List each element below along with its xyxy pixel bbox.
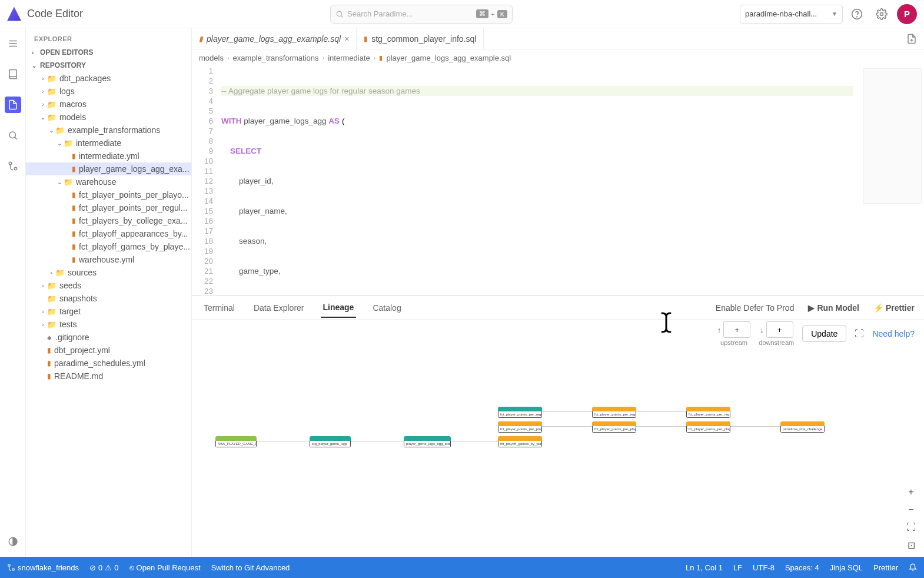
tree-folder-target[interactable]: ›📁target	[26, 305, 191, 318]
language-status[interactable]: Jinja SQL	[830, 563, 863, 572]
tree-file-intermediate-yml[interactable]: ▮intermediate.yml	[26, 150, 191, 162]
global-search[interactable]: Search Paradime... ⌘ + K	[330, 5, 513, 24]
files-icon[interactable]	[5, 97, 21, 113]
update-button[interactable]: Update	[802, 325, 846, 342]
tree-folder-macros[interactable]: ›📁macros	[26, 98, 191, 111]
tree-file-fct-playoff-games[interactable]: ▮fct_playoff_games_by_playe...	[26, 240, 191, 253]
lineage-node-stg[interactable]: stg_player_game_logs	[310, 436, 351, 447]
lineage-edge	[636, 411, 686, 412]
minimap[interactable]	[863, 68, 922, 204]
user-avatar[interactable]: P	[897, 4, 917, 24]
search-activity-icon[interactable]	[5, 127, 21, 144]
search-icon	[335, 10, 344, 18]
need-help-link[interactable]: Need help?	[872, 329, 915, 338]
upstream-input[interactable]	[723, 321, 750, 338]
bottom-tab-bar: Terminal Data Explorer Lineage Catalog E…	[192, 296, 924, 320]
book-icon[interactable]	[5, 66, 21, 82]
errors-warnings-status[interactable]: ⊘0 ⚠0	[89, 563, 118, 572]
warning-icon: ⚠	[105, 563, 112, 572]
downstream-input[interactable]	[766, 321, 793, 338]
zoom-in-button[interactable]: +	[904, 485, 918, 499]
lineage-toolbar: ↑ upstream ↓ downstream Update ⛶ Need he…	[192, 320, 924, 348]
sql-file-icon: ▮	[379, 54, 383, 62]
tree-file-fct-playoff-points[interactable]: ▮fct_player_points_per_playo...	[26, 188, 191, 201]
tab-data-explorer[interactable]: Data Explorer	[251, 298, 307, 317]
tree-folder-seeds[interactable]: ›📁seeds	[26, 279, 191, 292]
lock-view-button[interactable]: ⊡	[904, 538, 918, 552]
tab-terminal[interactable]: Terminal	[201, 298, 237, 317]
kbd-cmd: ⌘	[476, 9, 488, 18]
new-file-icon[interactable]	[899, 28, 924, 49]
zoom-out-button[interactable]: −	[904, 503, 918, 517]
tree-file-paradime-schedules[interactable]: ▮paradime_schedules.yml	[26, 357, 191, 370]
paradime-logo[interactable]	[7, 7, 21, 21]
settings-icon[interactable]	[871, 4, 892, 25]
help-icon[interactable]	[846, 4, 868, 25]
theme-toggle-icon[interactable]	[5, 533, 21, 550]
workspace-select[interactable]: paradime-nba-chall... ▼	[740, 5, 843, 24]
lineage-node-fct-7[interactable]: fct_player_points_per_playoff	[686, 421, 730, 433]
code-editor[interactable]: 1234567891011121314151617181920212223 --…	[192, 66, 924, 295]
lineage-node-final[interactable]: paradime_nba_challenge	[780, 421, 825, 433]
indentation-status[interactable]: Spaces: 4	[785, 563, 819, 572]
tree-file-readme[interactable]: ▮README.md	[26, 370, 191, 383]
tree-file-warehouse-yml[interactable]: ▮warehouse.yml	[26, 253, 191, 266]
breadcrumb-models[interactable]: models	[199, 54, 224, 62]
lineage-canvas[interactable]: NBA_PLAYER_GAME_LOGS stg_player_game_log…	[192, 348, 924, 557]
tree-file-gitignore[interactable]: ◆.gitignore	[26, 331, 191, 344]
lineage-node-fct-3[interactable]: fct_playoff_games_by_player	[498, 436, 542, 447]
fit-view-button[interactable]: ⛶	[904, 520, 918, 534]
breadcrumb-example-transformations[interactable]: example_transformations	[233, 54, 319, 62]
tree-file-player-game-logs[interactable]: ▮player_game_logs_agg_exa...	[26, 162, 191, 175]
tree-folder-sources[interactable]: ›📁sources	[26, 266, 191, 279]
expand-icon[interactable]: ⛶	[855, 328, 864, 339]
switch-git-advanced-button[interactable]: Switch to Git Advanced	[211, 563, 290, 572]
eol-status[interactable]: LF	[733, 563, 742, 572]
lineage-node-fct-4[interactable]: fct_player_points_per_regular	[592, 407, 636, 418]
enable-defer-toggle[interactable]: Enable Defer To Prod	[716, 303, 795, 313]
prettier-status[interactable]: Prettier	[873, 563, 898, 572]
tree-file-fct-college[interactable]: ▮fct_players_by_college_exa...	[26, 214, 191, 227]
tree-folder-dbt-packages[interactable]: ›📁dbt_packages	[26, 72, 191, 85]
workspace-label: paradime-nba-chall...	[745, 9, 817, 18]
encoding-status[interactable]: UTF-8	[753, 563, 775, 572]
lineage-node-fct-1[interactable]: fct_player_points_per_regular	[498, 407, 542, 418]
tree-file-fct-regul-points[interactable]: ▮fct_player_points_per_regul...	[26, 201, 191, 214]
open-pull-request-button[interactable]: ⎋ Open Pull Request	[129, 563, 201, 572]
lineage-node-agg[interactable]: player_game_logs_agg_example	[404, 436, 451, 447]
open-editors-section[interactable]: ›OPEN EDITORS	[26, 46, 191, 59]
breadcrumb-file[interactable]: player_game_logs_agg_example.sql	[386, 54, 511, 62]
tab-lineage[interactable]: Lineage	[321, 298, 357, 318]
lineage-node-fct-6[interactable]: fct_player_points_per_regular	[686, 407, 730, 418]
tab-stg-common-player[interactable]: ▮ stg_common_player_info.sql	[357, 28, 484, 49]
breadcrumb-intermediate[interactable]: intermediate	[328, 54, 370, 62]
notifications-icon[interactable]	[909, 563, 917, 572]
repository-section[interactable]: ⌄REPOSITORY	[26, 59, 191, 72]
tree-folder-intermediate[interactable]: ⌄📁intermediate	[26, 137, 191, 150]
tree-folder-models[interactable]: ⌄📁models	[26, 111, 191, 124]
tree-folder-snapshots[interactable]: 📁snapshots	[26, 292, 191, 305]
tree-folder-warehouse[interactable]: ⌄📁warehouse	[26, 175, 191, 188]
lineage-node-source[interactable]: NBA_PLAYER_GAME_LOGS	[215, 436, 257, 447]
chevron-right-icon: ›	[227, 54, 230, 61]
tree-file-dbt-project[interactable]: ▮dbt_project.yml	[26, 344, 191, 357]
breadcrumb: models › example_transformations › inter…	[192, 49, 924, 66]
tree-folder-tests[interactable]: ›📁tests	[26, 318, 191, 331]
close-icon[interactable]: ×	[344, 34, 349, 44]
menu-icon[interactable]	[5, 35, 21, 52]
run-model-button[interactable]: ▶ Run Model	[808, 303, 859, 313]
chevron-down-icon: ⌄	[32, 62, 40, 69]
lineage-node-fct-5[interactable]: fct_player_points_per_playoff	[592, 421, 636, 433]
lineage-node-fct-2[interactable]: fct_player_points_per_playoff	[498, 421, 542, 433]
tab-player-game-logs[interactable]: ▮ player_game_logs_agg_example.sql ×	[192, 28, 357, 49]
git-branch-status[interactable]: snowflake_friends	[7, 563, 79, 572]
code-lines[interactable]: -- Aggregate player game logs for regula…	[221, 66, 853, 295]
tab-catalog[interactable]: Catalog	[370, 298, 403, 317]
tree-file-fct-playoff-appear[interactable]: ▮fct_playoff_appearances_by...	[26, 227, 191, 240]
tree-folder-logs[interactable]: ›📁logs	[26, 85, 191, 98]
tree-folder-example-transformations[interactable]: ⌄📁example_transformations	[26, 124, 191, 137]
cursor-position-status[interactable]: Ln 1, Col 1	[686, 563, 723, 572]
git-icon[interactable]	[5, 158, 21, 174]
prettier-button[interactable]: ⚡ Prettier	[873, 303, 915, 313]
svg-line-1	[341, 15, 343, 17]
